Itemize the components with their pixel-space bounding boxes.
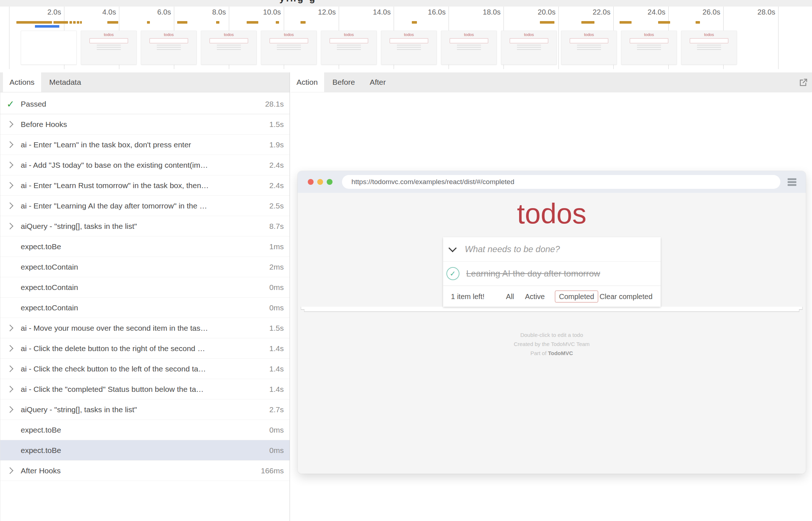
filmstrip-thumbnail[interactable]: todos — [141, 31, 197, 65]
action-row-label: Before Hooks — [21, 120, 67, 129]
clipped-page-title: ying-g — [279, 0, 317, 4]
action-row[interactable]: ai - Enter "Learn Rust tomorrow" in the … — [0, 175, 290, 196]
action-row[interactable]: ai - Enter "Learning AI the day after to… — [0, 196, 290, 216]
action-row[interactable]: ai - Add "JS today" to base on the exist… — [0, 155, 290, 175]
expand-chevron-icon[interactable] — [0, 468, 21, 473]
thumbnail-title: todos — [501, 32, 557, 37]
traffic-light-zoom[interactable] — [327, 179, 333, 185]
todo-app: todos What needs to be done? ✓ Learning … — [298, 198, 806, 474]
action-row-label: ai - Click the delete button to the righ… — [21, 344, 205, 353]
filmstrip-thumbnail[interactable]: todos — [501, 31, 557, 65]
action-row[interactable]: ✓Passed28.1s — [0, 94, 290, 114]
expand-chevron-icon[interactable] — [0, 387, 21, 391]
thumbnail-sketch-line — [157, 47, 181, 48]
action-row[interactable]: After Hooks166ms — [0, 461, 290, 481]
tab-after[interactable]: After — [363, 72, 392, 92]
expand-chevron-icon[interactable] — [0, 142, 21, 147]
expand-chevron-icon[interactable] — [0, 224, 21, 228]
action-time-marker — [73, 21, 76, 24]
filter-completed[interactable]: Completed — [555, 290, 598, 302]
action-row[interactable]: expect.toContain2ms — [0, 257, 290, 277]
timeline-gridline — [9, 7, 9, 69]
thumbnail-sketch-line — [397, 45, 421, 45]
expand-chevron-icon[interactable] — [0, 203, 21, 208]
browser-chrome-bar: https://todomvc.com/examples/react/dist/… — [298, 171, 806, 193]
action-row[interactable]: expect.toContain0ms — [0, 277, 290, 298]
action-row[interactable]: ai - Enter "Learn" in the task box, don'… — [0, 135, 290, 155]
expand-chevron-icon[interactable] — [0, 366, 21, 371]
expand-chevron-icon[interactable] — [0, 326, 21, 330]
filmstrip-thumbnail[interactable]: todos — [81, 31, 137, 65]
app-title: todos — [298, 198, 806, 229]
traffic-light-close[interactable] — [308, 179, 314, 185]
tab-before[interactable]: Before — [326, 72, 362, 92]
expand-chevron-icon[interactable] — [0, 346, 21, 351]
timeline-tick-label: 28.0s — [757, 8, 775, 16]
thumbnail-sketch-line — [637, 49, 661, 50]
action-row[interactable]: expect.toContain0ms — [0, 298, 290, 318]
filmstrip-thumbnail[interactable]: todos — [321, 31, 377, 65]
new-todo-row: What needs to be done? — [443, 237, 661, 262]
filter-active[interactable]: Active — [524, 291, 545, 302]
expand-chevron-icon[interactable] — [0, 407, 21, 412]
thumbnail-sketch-line — [337, 47, 361, 48]
new-todo-input[interactable]: What needs to be done? — [465, 244, 560, 254]
thumbnail-sketch-line — [217, 47, 241, 48]
thumbnail-sketch-line — [157, 49, 181, 50]
thumbnail-sketch — [210, 38, 248, 43]
filmstrip-thumbnail[interactable]: todos — [561, 31, 617, 65]
filmstrip-thumbnail[interactable]: todos — [621, 31, 677, 65]
thumbnail-sketch-line — [697, 45, 721, 45]
action-time-marker — [540, 21, 554, 24]
action-row-duration: 2.4s — [269, 161, 290, 170]
action-row[interactable]: expect.toBe0ms — [0, 440, 290, 461]
expand-chevron-icon[interactable] — [0, 183, 21, 188]
filmstrip-thumbnail[interactable]: todos — [381, 31, 437, 65]
timeline-gridline — [778, 7, 779, 69]
action-row[interactable]: aiQuery - "string[], tasks in the list"8… — [0, 216, 290, 236]
filter-all[interactable]: All — [505, 291, 515, 302]
action-row[interactable]: expect.toBe1ms — [0, 236, 290, 257]
action-row-duration: 1.5s — [269, 120, 290, 129]
clear-completed-button[interactable]: Clear completed — [600, 292, 653, 301]
expand-chevron-icon[interactable] — [0, 163, 21, 167]
action-row[interactable]: ai - Click the "completed" Status button… — [0, 379, 290, 399]
action-row-duration: 0ms — [269, 303, 290, 312]
action-row[interactable]: Before Hooks1.5s — [0, 114, 290, 135]
traffic-light-minimize[interactable] — [317, 179, 323, 185]
url-bar[interactable]: https://todomvc.com/examples/react/dist/… — [342, 175, 780, 189]
todo-item-label: Learning AI the day after tomorrow — [466, 269, 600, 279]
browser-window: https://todomvc.com/examples/react/dist/… — [298, 171, 806, 474]
hamburger-menu-icon[interactable] — [788, 177, 796, 187]
todomvc-brand[interactable]: TodoMVC — [548, 350, 573, 356]
open-external-button[interactable] — [797, 77, 809, 88]
action-row-duration: 0ms — [269, 283, 290, 292]
panel-divider[interactable] — [290, 72, 290, 521]
todo-toggle-checked-icon[interactable]: ✓ — [446, 267, 459, 280]
action-row-label: aiQuery - "string[], tasks in the list" — [21, 222, 137, 231]
action-row[interactable]: ai - Move your mouse over the second ite… — [0, 318, 290, 338]
action-row[interactable]: ai - Click the check button to the left … — [0, 359, 290, 379]
action-time-marker — [300, 21, 306, 24]
filmstrip-thumbnail[interactable]: todos — [261, 31, 317, 65]
tab-actions[interactable]: Actions — [3, 72, 41, 92]
thumbnail-title: todos — [81, 32, 136, 37]
action-row[interactable]: ai - Click the delete button to the righ… — [0, 338, 290, 359]
expand-chevron-icon[interactable] — [0, 122, 21, 127]
action-row[interactable]: expect.toBe0ms — [0, 420, 290, 440]
filmstrip-thumbnail[interactable]: todos — [441, 31, 497, 65]
timeline[interactable]: ying-g 2.0s4.0s6.0s8.0s10.0s12.0s14.0s16… — [0, 0, 812, 72]
thumbnail-sketch — [330, 38, 368, 43]
action-row-label: ai - Add "JS today" to base on the exist… — [21, 161, 208, 170]
action-row-duration: 28.1s — [265, 100, 290, 108]
filmstrip-thumbnail[interactable]: todos — [681, 31, 737, 65]
filmstrip-thumbnail[interactable]: todos — [201, 31, 257, 65]
filmstrip-thumbnail[interactable] — [21, 31, 77, 65]
action-row[interactable]: aiQuery - "string[], tasks in the list"2… — [0, 399, 290, 420]
tab-action[interactable]: Action — [290, 72, 324, 92]
toggle-all-chevron-icon[interactable] — [448, 244, 457, 252]
action-row-duration: 1.5s — [269, 324, 290, 333]
tab-metadata[interactable]: Metadata — [43, 72, 88, 92]
timeline-tick-label: 18.0s — [483, 8, 501, 16]
action-row-duration: 2.7s — [269, 405, 290, 414]
